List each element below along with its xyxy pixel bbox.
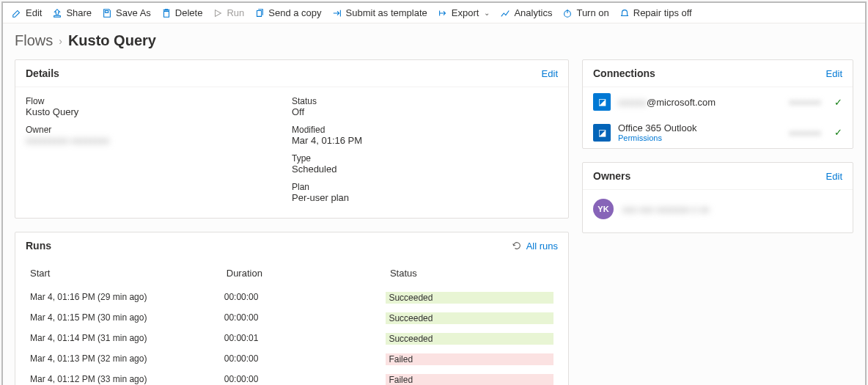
avatar[interactable]: YK [593, 199, 614, 219]
owners-edit-link[interactable]: Edit [826, 171, 842, 182]
run-status: Failed [386, 374, 553, 385]
share-button[interactable]: Share [52, 7, 92, 18]
chevron-right-icon: › [59, 35, 62, 47]
connection-account: xxxxxxxx [789, 128, 821, 137]
send-copy-label: Send a copy [268, 7, 321, 18]
plan-value: Per-user plan [292, 192, 558, 203]
run-start: Mar 4, 01:13 PM (32 min ago) [30, 353, 224, 365]
share-label: Share [66, 7, 92, 18]
run-duration: 00:00:00 [224, 292, 386, 304]
repair-tips-button[interactable]: Repair tips off [619, 7, 692, 18]
flow-value: Kusto Query [26, 106, 292, 117]
check-icon: ✓ [834, 97, 842, 108]
connections-card: Connections Edit ◪xxxxxx@microsoft.comxx… [582, 59, 853, 149]
run-status: Failed [386, 353, 553, 365]
save-as-label: Save As [116, 7, 151, 18]
breadcrumb: Flows › Kusto Query [3, 23, 865, 59]
chevron-down-icon: ⌄ [484, 9, 490, 17]
connection-account: xxxxxxxx [789, 98, 821, 106]
connection-icon: ◪ [593, 124, 611, 142]
runs-table-header: Start Duration Status [23, 259, 561, 287]
run-button: Run [213, 7, 244, 18]
status-label: Status [292, 96, 558, 106]
connection-name: xxxxxx@microsoft.com [618, 97, 781, 108]
edit-button[interactable]: Edit [12, 7, 42, 18]
flow-label: Flow [26, 96, 292, 106]
details-card: Details Edit Flow Kusto Query Owner xxxx… [15, 59, 569, 219]
run-status: Succeeded [386, 292, 553, 304]
owner-label: Owner [26, 125, 292, 135]
run-duration: 00:00:01 [224, 333, 386, 345]
refresh-icon [512, 241, 522, 251]
owner-name: xxx xxx xxxxxxx x xx [622, 204, 709, 215]
submit-template-label: Submit as template [346, 7, 427, 18]
check-icon: ✓ [834, 127, 842, 138]
run-label: Run [227, 7, 244, 18]
all-runs-link[interactable]: All runs [512, 241, 558, 252]
export-icon [438, 8, 448, 18]
connections-title: Connections [593, 67, 655, 79]
analytics-button[interactable]: Analytics [500, 7, 552, 18]
run-start: Mar 4, 01:16 PM (29 min ago) [30, 292, 224, 304]
modified-label: Modified [292, 125, 558, 135]
runs-card: Runs All runs Start Duration Status Mar … [15, 232, 569, 385]
breadcrumb-root[interactable]: Flows [15, 32, 53, 49]
analytics-icon [500, 8, 510, 18]
submit-icon [332, 8, 342, 18]
copy-icon [254, 8, 265, 18]
save-icon [102, 8, 112, 18]
col-duration[interactable]: Duration [227, 268, 390, 279]
run-start: Mar 4, 01:15 PM (30 min ago) [30, 312, 224, 324]
run-start: Mar 4, 01:14 PM (31 min ago) [30, 333, 224, 345]
details-title: Details [26, 67, 59, 79]
repair-tips-label: Repair tips off [633, 7, 692, 18]
all-runs-label: All runs [526, 241, 558, 252]
power-icon [562, 8, 573, 18]
run-duration: 00:00:00 [224, 353, 386, 365]
run-start: Mar 4, 01:12 PM (33 min ago) [30, 374, 224, 385]
details-edit-link[interactable]: Edit [542, 68, 558, 79]
export-button[interactable]: Export ⌄ [438, 7, 490, 18]
col-status[interactable]: Status [390, 268, 553, 279]
table-row[interactable]: Mar 4, 01:16 PM (29 min ago)00:00:00Succ… [23, 287, 561, 308]
connection-name: Office 365 Outlook [618, 122, 781, 133]
owner-value: xxxxxxxxx xxxxxxxx [26, 135, 292, 146]
turn-on-label: Turn on [576, 7, 608, 18]
run-icon [213, 8, 223, 18]
edit-icon [12, 8, 22, 18]
modified-value: Mar 4, 01:16 PM [292, 135, 558, 146]
toolbar: Edit Share Save As Delete Run Send a cop… [3, 3, 865, 23]
export-label: Export [452, 7, 479, 18]
plan-label: Plan [292, 182, 558, 192]
col-start[interactable]: Start [30, 268, 227, 279]
analytics-label: Analytics [514, 7, 552, 18]
table-row[interactable]: Mar 4, 01:14 PM (31 min ago)00:00:01Succ… [23, 329, 561, 349]
run-status: Succeeded [386, 312, 553, 324]
status-value: Off [292, 106, 558, 117]
run-duration: 00:00:00 [224, 374, 386, 385]
bell-icon [619, 8, 630, 18]
runs-title: Runs [26, 240, 51, 252]
table-row[interactable]: Mar 4, 01:13 PM (32 min ago)00:00:00Fail… [23, 349, 561, 370]
delete-icon [161, 8, 172, 18]
type-label: Type [292, 153, 558, 164]
share-icon [52, 8, 62, 18]
breadcrumb-current: Kusto Query [68, 32, 156, 49]
connection-permissions-link[interactable]: Permissions [618, 133, 781, 142]
run-status: Succeeded [386, 333, 553, 345]
send-copy-button[interactable]: Send a copy [254, 7, 321, 18]
run-duration: 00:00:00 [224, 312, 386, 324]
delete-button[interactable]: Delete [161, 7, 203, 18]
save-as-button[interactable]: Save As [102, 7, 151, 18]
table-row[interactable]: Mar 4, 01:15 PM (30 min ago)00:00:00Succ… [23, 308, 561, 329]
connection-row[interactable]: ◪Office 365 OutlookPermissionsxxxxxxxx✓ [583, 117, 853, 148]
type-value: Scheduled [292, 164, 558, 175]
table-row[interactable]: Mar 4, 01:12 PM (33 min ago)00:00:00Fail… [23, 370, 561, 385]
connection-icon: ◪ [593, 93, 611, 111]
connection-row[interactable]: ◪xxxxxx@microsoft.comxxxxxxxx✓ [583, 87, 853, 117]
turn-on-button[interactable]: Turn on [562, 7, 608, 18]
delete-label: Delete [175, 7, 203, 18]
submit-template-button[interactable]: Submit as template [332, 7, 427, 18]
connections-edit-link[interactable]: Edit [826, 68, 842, 79]
edit-label: Edit [26, 7, 42, 18]
